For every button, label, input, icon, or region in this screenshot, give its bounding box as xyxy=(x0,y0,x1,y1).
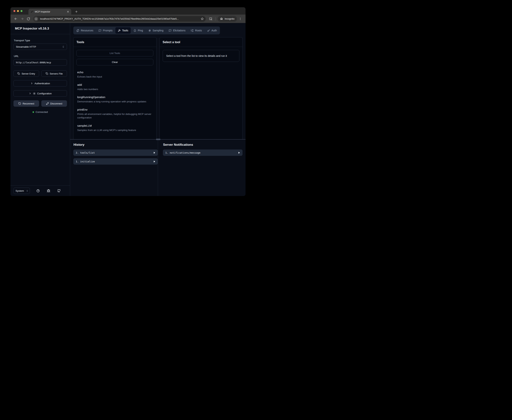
window-minimize-button[interactable] xyxy=(17,10,19,12)
select-tool-panel: Select a tool Select a tool from the lis… xyxy=(160,37,243,139)
tool-list-item[interactable]: sampleLLM Samples from an LLM using MCP'… xyxy=(77,124,153,132)
connection-status: Connected xyxy=(14,111,67,113)
site-info-icon[interactable] xyxy=(34,17,38,21)
bug-icon[interactable] xyxy=(46,188,51,193)
window-controls xyxy=(14,10,23,12)
reconnect-label: Reconnect xyxy=(23,102,34,105)
chevron-right-icon xyxy=(29,92,31,95)
tab-tools[interactable]: Tools xyxy=(115,27,131,34)
browser-toolbar: localhost:6274/?MCP_PROXY_AUTH_TOKEN=ec1… xyxy=(10,15,245,23)
sidebar-footer: System xyxy=(10,185,70,196)
history-item-label: 1. initialize xyxy=(76,160,95,163)
expand-arrow-icon xyxy=(238,152,240,154)
tool-description: Demonstrates a long running operation wi… xyxy=(77,100,153,104)
browser-window: MCP Inspector localhost:6274/?MCP_PROXY_… xyxy=(10,7,245,196)
tool-list-item[interactable]: printEnv Prints all environment variable… xyxy=(77,108,153,120)
tool-description: Prints all environment variables, helpfu… xyxy=(77,112,153,120)
chevron-right-icon xyxy=(31,82,33,85)
configuration-toggle[interactable]: Configuration xyxy=(14,90,67,97)
server-entry-button[interactable]: Server Entry xyxy=(14,70,39,77)
tab-label: Sampling xyxy=(153,29,163,32)
url-text: localhost:6274/?MCP_PROXY_AUTH_TOKEN=ec1… xyxy=(40,17,199,20)
transport-type-label: Transport Type xyxy=(14,39,67,42)
tool-list-item[interactable]: longRunningOperation Demonstrates a long… xyxy=(77,96,153,104)
clear-tools-button[interactable]: Clear xyxy=(76,59,153,65)
theme-value: System xyxy=(15,189,24,192)
sidebar-header: MCP Inspector v0.16.3 xyxy=(10,23,70,34)
search-tabs-icon[interactable] xyxy=(207,16,214,22)
tool-name: echo xyxy=(77,71,153,74)
history-item[interactable]: 2. tools/list xyxy=(73,150,158,156)
tab-auth[interactable]: Auth xyxy=(205,27,219,34)
tab-prompts[interactable]: Prompts xyxy=(96,27,115,34)
tool-list-item[interactable]: echo Echoes back the input xyxy=(77,71,153,79)
tool-description: Echoes back the input xyxy=(77,75,153,79)
window-close-button[interactable] xyxy=(14,10,15,12)
tab-title: MCP Inspector xyxy=(35,10,64,13)
hammer-icon xyxy=(118,29,121,32)
list-tools-button[interactable]: List Tools xyxy=(76,50,153,56)
server-notifications-title: Server Notifications xyxy=(163,143,243,147)
bookmark-star-icon[interactable] xyxy=(201,17,204,20)
main-content: Resources Prompts Tools xyxy=(70,23,245,196)
splitter-grip[interactable] xyxy=(156,139,160,140)
tab-close-icon[interactable] xyxy=(66,10,70,14)
select-tool-placeholder: Select a tool from the list to view its … xyxy=(163,50,240,62)
tool-list-item[interactable]: add Adds two numbers xyxy=(77,83,153,91)
tab-label: Prompts xyxy=(103,29,113,32)
connection-status-label: Connected xyxy=(36,111,48,113)
unplug-icon xyxy=(46,102,49,105)
tab-label: Ping xyxy=(138,29,143,32)
transport-type-select[interactable]: Streamable HTTP xyxy=(14,44,67,50)
tab-roots[interactable]: Roots xyxy=(188,27,204,34)
back-icon[interactable] xyxy=(13,16,19,22)
history-item-label: 2. tools/list xyxy=(76,151,95,154)
chevrons-up-down-icon xyxy=(26,190,28,192)
reconnect-button[interactable]: Reconnect xyxy=(14,100,39,107)
copy-icon xyxy=(46,72,48,75)
tab-resources[interactable]: Resources xyxy=(74,27,96,34)
notification-item-label: 1. notifications/message xyxy=(165,151,200,154)
address-bar[interactable]: localhost:6274/?MCP_PROXY_AUTH_TOKEN=ec1… xyxy=(33,16,206,22)
github-icon[interactable] xyxy=(56,188,61,193)
tool-description: Adds two numbers xyxy=(77,87,153,91)
tab-elicitations[interactable]: Elicitations xyxy=(166,27,188,34)
panel-splitter[interactable] xyxy=(70,139,245,140)
toolbar-divider xyxy=(215,17,216,21)
chevrons-up-down-icon xyxy=(62,45,64,48)
tab-label: Auth xyxy=(212,29,217,32)
reload-icon[interactable] xyxy=(25,16,31,22)
servers-file-button[interactable]: Servers File xyxy=(41,70,67,77)
incognito-icon xyxy=(220,17,223,20)
forward-icon[interactable] xyxy=(19,16,25,22)
gear-icon xyxy=(33,92,36,95)
servers-file-label: Servers File xyxy=(50,72,63,75)
files-icon xyxy=(76,29,79,32)
folder-tree-icon xyxy=(191,29,193,32)
hash-icon xyxy=(148,29,151,32)
history-item[interactable]: 1. initialize xyxy=(73,158,158,165)
new-tab-button[interactable] xyxy=(74,9,78,14)
status-dot xyxy=(32,111,34,113)
browser-menu-icon[interactable] xyxy=(237,16,243,22)
window-zoom-button[interactable] xyxy=(21,10,23,12)
tab-label: Resources xyxy=(81,29,93,32)
help-icon[interactable] xyxy=(36,188,40,193)
copy-icon xyxy=(17,72,20,75)
tools-panel: Tools List Tools Clear echo Echoes back … xyxy=(73,37,157,139)
theme-select[interactable]: System xyxy=(14,188,30,194)
server-entry-label: Server Entry xyxy=(22,72,35,75)
disconnect-label: Disconnect xyxy=(50,102,62,105)
rotate-ccw-icon xyxy=(18,102,21,105)
mcp-logo-icon xyxy=(31,10,33,13)
browser-tab[interactable]: MCP Inspector xyxy=(28,9,71,15)
notification-item[interactable]: 1. notifications/message xyxy=(163,150,243,156)
server-url-input[interactable] xyxy=(14,59,67,66)
authentication-toggle[interactable]: Authentication xyxy=(14,80,67,87)
disconnect-button[interactable]: Disconnect xyxy=(41,100,67,107)
select-tool-title: Select a tool xyxy=(160,37,243,47)
tool-name: add xyxy=(77,83,153,86)
tab-sampling[interactable]: Sampling xyxy=(146,27,166,34)
tab-label: Elicitations xyxy=(173,29,185,32)
tab-ping[interactable]: Ping xyxy=(131,27,145,34)
